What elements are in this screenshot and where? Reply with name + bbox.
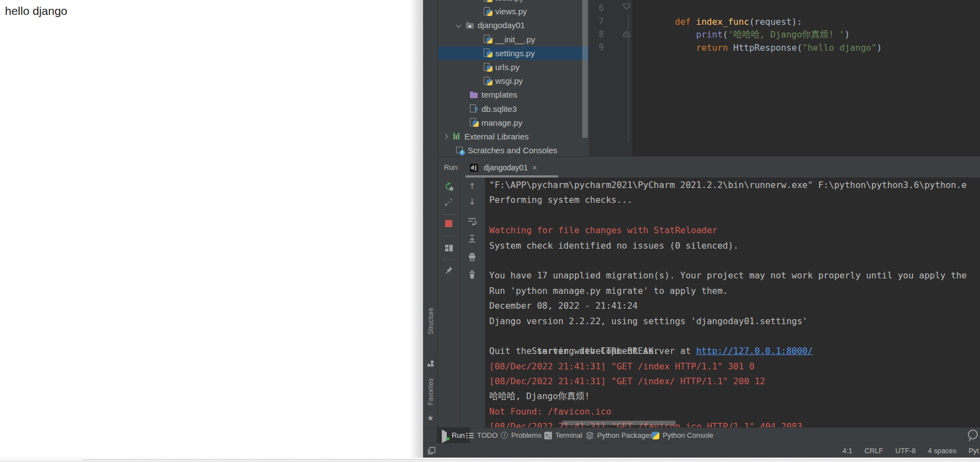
- soft-wrap-icon[interactable]: [468, 217, 477, 225]
- run-panel-header: Run: dj djangoday01 ×: [438, 156, 980, 178]
- tree-item-manage[interactable]: manage.py: [438, 116, 589, 130]
- tree-item-init[interactable]: __init__.py: [438, 33, 589, 46]
- python-file-icon: [483, 7, 492, 16]
- structure-icon[interactable]: [427, 360, 434, 367]
- run-play-icon: [442, 432, 448, 439]
- tree-item-views[interactable]: views.py: [438, 4, 589, 18]
- divider: [442, 259, 456, 260]
- tree-item-templates[interactable]: templates: [438, 88, 589, 101]
- status-bar: 4:1 CRLF UTF-8 4 spaces Pyt: [423, 443, 980, 458]
- console-line-error: Not Found: /favicon.ico: [489, 404, 980, 419]
- console-line: Performing system checks...: [489, 192, 980, 207]
- code-editor[interactable]: 6 7 8 9 def index_func(request): print('…: [589, 0, 980, 156]
- scroll-to-end-icon[interactable]: [468, 234, 477, 243]
- run-tab-djangoday01[interactable]: dj djangoday01 ×: [469, 159, 537, 176]
- run-panel: ↑ ↓ "F:\APP\pycharm\pycharm2021\PyCharm …: [438, 178, 980, 427]
- code-area[interactable]: def index_func(request): print('哈哈哈, Dja…: [632, 0, 980, 55]
- pin-icon[interactable]: [445, 266, 453, 275]
- python-file-icon: [483, 35, 492, 44]
- console-line: Starting development server at http://12…: [489, 329, 980, 343]
- python-console-icon: [652, 432, 659, 439]
- chevron-right-icon[interactable]: [443, 134, 448, 139]
- pycharm-window: Structure Favorites ★ tests.py views.py …: [423, 0, 980, 458]
- tree-item-external-libraries[interactable]: External Libraries: [438, 130, 589, 143]
- down-stack-trace-icon[interactable]: ↓: [468, 197, 477, 206]
- packages-layers-icon: [586, 432, 594, 439]
- print-icon[interactable]: [468, 253, 477, 261]
- fold-collapse-icon[interactable]: [623, 31, 630, 37]
- scratches-icon: [456, 146, 465, 155]
- rerun-icon[interactable]: [445, 182, 453, 191]
- tool-button-problems[interactable]: ! Problems: [501, 428, 542, 443]
- tree-item-dbsqlite3[interactable]: ? db.sqlite3: [438, 102, 589, 116]
- tree-scrollbar[interactable]: [582, 0, 588, 138]
- clear-trash-icon[interactable]: [468, 270, 477, 279]
- python-file-icon: [483, 0, 492, 2]
- taskbar-edge-strip: [0, 458, 980, 462]
- up-stack-trace-icon[interactable]: ↑: [468, 182, 477, 191]
- tool-button-run[interactable]: Run: [437, 428, 470, 443]
- indent-setting[interactable]: 4 spaces: [928, 447, 956, 455]
- tool-window-bar: Run TODO ! Problems >_ Terminal Python P…: [423, 427, 980, 443]
- console-line-error: [08/Dec/2022 21:41:31] "GET /index/ HTTP…: [489, 374, 980, 389]
- interpreter[interactable]: Pyt: [968, 447, 979, 455]
- tree-item-djangoday01[interactable]: djangoday01: [438, 18, 589, 32]
- horizontal-scrollbar[interactable]: [562, 421, 676, 425]
- tree-item-tests[interactable]: tests.py: [438, 0, 589, 4]
- django-run-config-icon: dj: [469, 163, 479, 173]
- divider: [442, 214, 456, 215]
- console-line: Django version 2.2.22, using settings 'd…: [489, 314, 980, 329]
- tree-item-wsgi[interactable]: wsgi.py: [438, 74, 589, 88]
- stop-icon[interactable]: [445, 219, 453, 228]
- search-icon[interactable]: [966, 429, 979, 442]
- caret-position[interactable]: 4:1: [842, 447, 852, 455]
- wrench-icon[interactable]: [445, 197, 453, 206]
- tool-window-switcher-icon[interactable]: [427, 447, 436, 455]
- console-line-error: [08/Dec/2022 21:41:31] "GET /index HTTP/…: [489, 359, 980, 374]
- tool-button-favorites[interactable]: Favorites: [427, 378, 435, 405]
- problems-icon: !: [501, 432, 508, 439]
- libraries-icon: [452, 132, 462, 141]
- star-icon[interactable]: ★: [427, 413, 434, 422]
- run-console-output[interactable]: "F:\APP\pycharm\pycharm2021\PyCharm 2021…: [485, 178, 980, 427]
- console-line: December 08, 2022 - 21:41:24: [489, 298, 980, 313]
- folder-icon: [469, 90, 479, 99]
- editor-gutter: 6 7 8 9: [589, 0, 632, 156]
- console-line: System check identified no issues (0 sil…: [489, 238, 980, 253]
- python-file-icon: [469, 118, 479, 127]
- terminal-icon: >_: [544, 432, 552, 439]
- console-line: You have 17 unapplied migration(s). Your…: [489, 268, 980, 283]
- fold-collapse-icon[interactable]: [623, 3, 630, 10]
- console-line-error: Watching for file changes with StatReloa…: [489, 223, 980, 238]
- chevron-down-icon[interactable]: [456, 23, 462, 28]
- code-line: def index_func(request):: [632, 2, 980, 15]
- tool-button-python-console[interactable]: Python Console: [652, 428, 713, 443]
- tool-button-terminal[interactable]: >_ Terminal: [544, 428, 582, 443]
- todo-list-icon: [466, 432, 474, 439]
- server-url-link[interactable]: http://127.0.0.1:8000/: [696, 346, 813, 356]
- page-text: hello django: [5, 4, 67, 18]
- line-separator[interactable]: CRLF: [864, 447, 883, 455]
- browser-page: hello django: [0, 0, 423, 458]
- tree-item-urls[interactable]: urls.py: [438, 60, 589, 74]
- line-number: 9: [589, 41, 632, 55]
- tool-button-python-packages[interactable]: Python Packages: [586, 428, 653, 443]
- console-line: Run 'python manage.py migrate' to apply …: [489, 283, 980, 298]
- file-encoding[interactable]: UTF-8: [895, 447, 916, 455]
- tree-item-scratches[interactable]: Scratches and Consoles: [438, 143, 589, 156]
- tool-button-structure[interactable]: Structure: [427, 308, 435, 335]
- close-icon[interactable]: ×: [532, 163, 537, 172]
- console-line: "F:\APP\pycharm\pycharm2021\PyCharm 2021…: [489, 178, 980, 192]
- package-folder-icon: [465, 21, 475, 30]
- python-file-icon: [483, 77, 492, 85]
- tree-item-settings-selected[interactable]: settings.py: [438, 46, 589, 60]
- database-file-icon: ?: [469, 104, 479, 113]
- console-line: [489, 253, 980, 268]
- tool-button-todo[interactable]: TODO: [466, 428, 497, 443]
- restore-layout-icon[interactable]: [445, 244, 453, 253]
- python-file-icon: [483, 49, 492, 57]
- run-panel-title: Run:: [444, 163, 459, 171]
- console-toolbar: ↑ ↓: [460, 178, 485, 427]
- project-tree: tests.py views.py djangoday01 __init__.p…: [438, 0, 589, 156]
- line-number: 7: [589, 15, 632, 29]
